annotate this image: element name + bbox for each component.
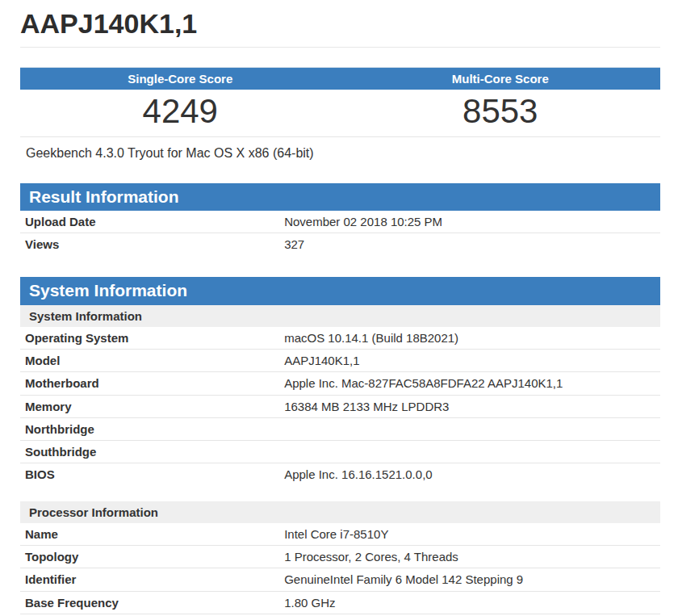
table-row: Operating System macOS 10.14.1 (Build 18… [20,327,660,350]
row-value: AAPJ140K1,1 [279,350,660,372]
score-summary-table: Single-Core Score Multi-Core Score 4249 … [20,67,660,137]
row-value: 1 Processor, 2 Cores, 4 Threads [279,546,660,568]
processor-information-table: Name Intel Core i7-8510Y Topology 1 Proc… [20,523,660,614]
single-core-score-value: 4249 [20,90,341,137]
row-label: Motherboard [20,372,279,395]
row-label: BIOS [20,463,279,486]
processor-information-subheader: Processor Information [20,501,660,523]
row-label: Base Frequency [20,591,279,614]
row-value: 1.80 GHz [279,591,660,614]
score-value-row: 4249 8553 [20,90,660,137]
table-row: Southbridge [20,441,660,463]
row-label: Upload Date [20,211,279,233]
score-header-row: Single-Core Score Multi-Core Score [20,68,660,90]
multi-core-score-value: 8553 [341,90,661,137]
table-row: Upload Date November 02 2018 10:25 PM [20,211,660,233]
single-core-score-header: Single-Core Score [20,68,341,90]
table-row: Northbridge [20,417,660,440]
result-information-table: Upload Date November 02 2018 10:25 PM Vi… [20,211,660,256]
table-row: Name Intel Core i7-8510Y [20,523,660,546]
table-row: Views 327 [20,233,660,256]
table-row: Identifier GenuineIntel Family 6 Model 1… [20,568,660,591]
row-value: Apple Inc. 16.16.1521.0.0,0 [279,463,660,486]
multi-core-score-header: Multi-Core Score [341,68,661,90]
row-label: Views [20,233,279,256]
row-label: Operating System [20,327,279,350]
result-information-header: Result Information [20,183,660,211]
geekbench-result-page: AAPJ140K1,1 Single-Core Score Multi-Core… [20,8,660,614]
table-row: Topology 1 Processor, 2 Cores, 4 Threads [20,546,660,568]
table-row: Base Frequency 1.80 GHz [20,591,660,614]
system-information-table: Operating System macOS 10.14.1 (Build 18… [20,327,660,486]
row-label: Northbridge [20,417,279,440]
row-label: Name [20,523,279,546]
row-value [279,417,660,440]
system-information-section: System Information System Information Op… [20,277,660,614]
row-value: November 02 2018 10:25 PM [279,211,660,233]
row-value: Apple Inc. Mac-827FAC58A8FDFA22 AAPJ140K… [279,372,660,395]
table-row: Motherboard Apple Inc. Mac-827FAC58A8FDF… [20,372,660,395]
table-row: Model AAPJ140K1,1 [20,350,660,372]
row-value: 16384 MB 2133 MHz LPDDR3 [279,395,660,417]
row-value: macOS 10.14.1 (Build 18B2021) [279,327,660,350]
system-information-subheader: System Information [20,305,660,327]
table-row: BIOS Apple Inc. 16.16.1521.0.0,0 [20,463,660,486]
title-divider [20,47,660,48]
table-row: Memory 16384 MB 2133 MHz LPDDR3 [20,395,660,417]
row-value [279,441,660,463]
row-value: GenuineIntel Family 6 Model 142 Stepping… [279,568,660,591]
benchmark-version-caption: Geekbench 4.3.0 Tryout for Mac OS X x86 … [20,137,660,161]
row-label: Identifier [20,568,279,591]
row-label: Model [20,350,279,372]
row-label: Southbridge [20,441,279,463]
row-label: Memory [20,395,279,417]
system-information-header: System Information [20,277,660,304]
result-information-section: Result Information Upload Date November … [20,183,660,256]
row-value: Intel Core i7-8510Y [279,523,660,546]
row-label: Topology [20,546,279,568]
row-value: 327 [279,233,660,256]
page-title: AAPJ140K1,1 [20,8,660,40]
